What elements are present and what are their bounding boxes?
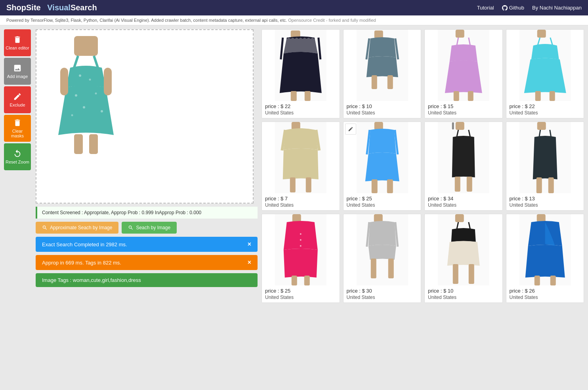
result-info: price : $ 10 United States (344, 101, 421, 118)
svg-point-4 (89, 79, 91, 81)
result-info: price : $ 7 United States (262, 193, 340, 210)
result-price: price : $ 30 (347, 288, 418, 294)
result-price: price : $ 25 (265, 288, 336, 294)
result-price: price : $ 26 (510, 288, 581, 294)
dress-illustration (44, 36, 128, 155)
content-screened-bar: Content Screened : Appropriate, Approp P… (36, 207, 258, 219)
svg-rect-61 (536, 177, 542, 193)
result-image (262, 122, 340, 193)
add-image-button[interactable]: Add image (4, 58, 31, 85)
svg-rect-24 (371, 75, 377, 89)
result-image (506, 30, 584, 101)
result-location: United States (265, 202, 336, 208)
logo: ShopSite VisualSearch (6, 3, 97, 12)
result-location: United States (265, 110, 336, 116)
approp-close[interactable]: × (248, 259, 251, 266)
result-info: price : $ 15 United States (425, 101, 502, 118)
result-info: price : $ 10 United States (425, 285, 502, 302)
svg-rect-21 (374, 30, 383, 38)
exact-search-close[interactable]: × (248, 241, 251, 248)
svg-rect-43 (306, 177, 311, 192)
result-info: price : $ 13 United States (506, 193, 584, 210)
github-link[interactable]: Github (502, 5, 524, 11)
svg-rect-84 (534, 276, 540, 285)
result-card[interactable]: price : $ 10 United States (424, 214, 503, 303)
result-info: price : $ 34 United States (425, 193, 502, 210)
search-by-image-button[interactable]: Seach by Image (122, 222, 177, 234)
result-card[interactable]: price : $ 25 United States (262, 214, 340, 303)
credit-text: Opensource Credit - forked and fully mod… (288, 18, 376, 23)
toolbar: Clean editor Add image Exclude Clear mas… (4, 29, 32, 376)
svg-rect-54 (452, 122, 454, 129)
svg-rect-42 (290, 177, 296, 192)
tags-text: Image Tags : woman,cute,girl,fashion,dre… (42, 277, 141, 283)
result-price: price : $ 15 (428, 103, 499, 109)
svg-rect-25 (387, 75, 393, 89)
svg-rect-33 (537, 30, 546, 38)
edit-icon-overlay[interactable] (345, 124, 356, 135)
svg-rect-56 (467, 177, 472, 192)
result-card[interactable]: price : $ 15 United States (424, 29, 503, 118)
result-price: price : $ 22 (510, 103, 581, 109)
github-label: Github (509, 5, 524, 11)
svg-rect-80 (453, 264, 458, 284)
svg-rect-71 (374, 214, 382, 222)
svg-point-66 (300, 239, 302, 241)
result-card[interactable]: price : $ 34 United States (424, 122, 503, 211)
header: ShopSite VisualSearch Tutorial Github By… (0, 0, 588, 15)
svg-line-2 (94, 56, 98, 68)
svg-point-8 (71, 114, 73, 116)
svg-rect-69 (304, 276, 310, 285)
author-label: By Nachi Nachiappan (532, 5, 582, 11)
svg-rect-18 (291, 91, 297, 101)
result-card[interactable]: price : $ 7 United States (262, 122, 340, 211)
content-screened-text: Content Screened : Appropriate, Approp P… (42, 210, 201, 215)
clear-masks-button[interactable]: Clear masks (4, 115, 31, 142)
svg-rect-31 (468, 91, 473, 101)
result-location: United States (510, 110, 581, 116)
result-card[interactable]: price : $ 22 United States (262, 29, 340, 118)
result-info: price : $ 25 United States (344, 193, 421, 210)
logo-search: Search (71, 3, 97, 12)
svg-point-67 (300, 245, 302, 247)
header-nav: Tutorial Github By Nachi Nachiappan (477, 5, 582, 11)
result-card[interactable]: price : $ 25 United States (343, 122, 422, 211)
result-card[interactable]: price : $ 22 United States (506, 29, 584, 118)
result-image (344, 30, 421, 101)
result-info: price : $ 25 United States (262, 285, 340, 302)
result-location: United States (510, 202, 581, 208)
svg-point-3 (79, 74, 81, 77)
tutorial-link[interactable]: Tutorial (477, 5, 494, 11)
svg-rect-37 (549, 91, 555, 101)
approp-status: Approp in 669 ms. Tags in 822 ms. × (36, 255, 258, 270)
result-card[interactable]: price : $ 30 United States (343, 214, 422, 303)
powered-bar: Powered by TensorFlow, Sqlite3, Flask, P… (0, 15, 588, 25)
result-price: price : $ 34 (428, 196, 499, 202)
svg-rect-27 (456, 30, 464, 38)
svg-rect-51 (456, 122, 464, 130)
result-card[interactable]: price : $ 26 United States (506, 214, 584, 303)
result-card[interactable]: price : $ 13 United States (506, 122, 584, 211)
svg-point-5 (75, 94, 77, 97)
approximate-search-button[interactable]: Approximate Seach by Image (36, 222, 118, 234)
reset-zoom-button[interactable]: Reset Zoom (4, 143, 31, 170)
result-card[interactable]: price : $ 10 United States (343, 29, 422, 118)
result-price: price : $ 22 (265, 103, 336, 109)
result-location: United States (265, 295, 336, 300)
svg-rect-85 (550, 276, 556, 285)
approp-text: Approp in 669 ms. Tags in 822 ms. (42, 260, 121, 266)
svg-rect-68 (292, 276, 297, 285)
results-area: price : $ 22 United States price : $ 10 … (262, 29, 584, 376)
image-canvas[interactable] (36, 29, 254, 204)
result-price: price : $ 25 (347, 196, 418, 202)
result-image (506, 214, 584, 285)
result-location: United States (347, 110, 418, 116)
result-info: price : $ 22 United States (506, 101, 584, 118)
powered-text: Powered by TensorFlow, Sqlite3, Flask, P… (6, 18, 287, 23)
tags-status: Image Tags : woman,cute,girl,fashion,dre… (36, 273, 258, 287)
clean-editor-button[interactable]: Clean editor (4, 29, 31, 56)
svg-point-65 (300, 233, 302, 235)
editor-area: Content Screened : Appropriate, Approp P… (36, 29, 258, 376)
exclude-button[interactable]: Exclude (4, 86, 31, 113)
result-price: price : $ 13 (510, 196, 581, 202)
